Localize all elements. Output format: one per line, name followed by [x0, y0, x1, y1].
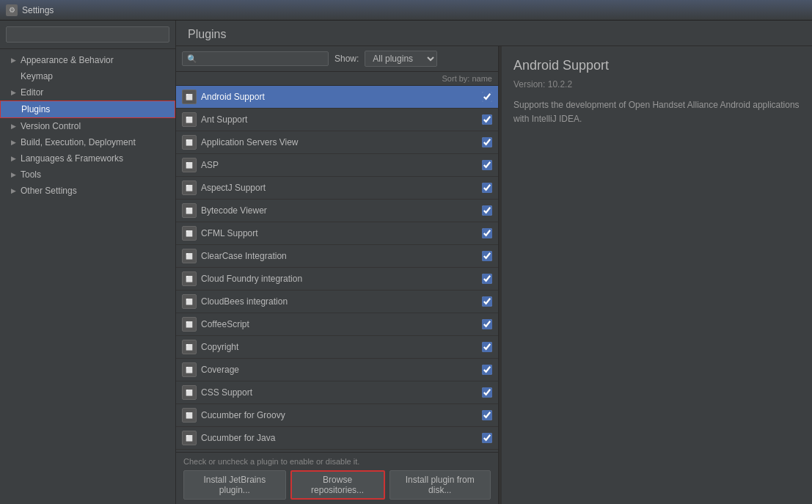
plugin-item[interactable]: ⬜Application Servers View — [176, 131, 498, 154]
plugin-list-container: 🔍 Show: All pluginsEnabledDisabledBundle… — [176, 46, 499, 504]
browse-repos-button[interactable]: Browse repositories... — [290, 470, 385, 500]
plugin-item[interactable]: ⬜Bytecode Viewer — [176, 200, 498, 222]
plugin-item[interactable]: ⬜ASP — [176, 154, 498, 177]
plugin-checkbox[interactable] — [482, 433, 492, 443]
plugin-checkbox[interactable] — [482, 92, 492, 102]
plugin-name: CloudBees integration — [201, 296, 482, 307]
nav-arrow-tools — [9, 170, 18, 179]
plugin-name: CFML Support — [201, 228, 482, 238]
sidebar-item-editor[interactable]: Editor — [0, 84, 175, 101]
sidebar-item-languages[interactable]: Languages & Frameworks — [0, 150, 175, 167]
plugin-checkbox[interactable] — [482, 274, 492, 284]
plugin-search-icon: 🔍 — [187, 54, 197, 64]
plugin-item[interactable]: ⬜ClearCase Integration — [176, 245, 498, 268]
sidebar-item-label-appearance: Appearance & Behavior — [21, 55, 114, 65]
sidebar-item-label-build: Build, Execution, Deployment — [21, 137, 136, 147]
sidebar-item-label-keymap: Keymap — [21, 71, 53, 81]
nav-arrow-other — [9, 186, 18, 195]
sidebar: Appearance & BehaviorKeymapEditorPlugins… — [0, 21, 176, 504]
plugin-icon: ⬜ — [182, 135, 197, 150]
sidebar-item-keymap[interactable]: Keymap — [0, 68, 175, 84]
plugin-checkbox[interactable] — [482, 183, 492, 193]
plugin-name: ClearCase Integration — [201, 251, 482, 261]
sidebar-item-appearance[interactable]: Appearance & Behavior — [0, 52, 175, 68]
plugin-icon: ⬜ — [182, 203, 197, 218]
plugin-checkbox[interactable] — [482, 251, 492, 261]
plugin-item[interactable]: ⬜CFML Support — [176, 222, 498, 245]
plugin-checkbox[interactable] — [482, 365, 492, 375]
plugin-name: CoffeeScript — [201, 319, 482, 329]
app-icon: ⚙ — [6, 4, 18, 16]
plugin-search-input[interactable] — [200, 54, 323, 64]
plugin-name: CSS Support — [201, 387, 482, 398]
plugin-detail-description: Supports the development of Open Handset… — [513, 98, 800, 126]
plugin-item[interactable]: ⬜Copyright — [176, 336, 498, 359]
plugin-detail-name: Android Support — [513, 58, 800, 73]
plugin-detail: Android Support Version: 10.2.2 Supports… — [502, 46, 812, 504]
plugin-icon: ⬜ — [182, 340, 197, 354]
plugin-checkbox[interactable] — [482, 296, 492, 307]
plugin-name: ASP — [201, 160, 482, 170]
plugin-icon: ⬜ — [182, 362, 197, 377]
sidebar-item-label-editor: Editor — [21, 87, 43, 98]
plugin-checkbox[interactable] — [482, 114, 492, 125]
sidebar-item-build[interactable]: Build, Execution, Deployment — [0, 134, 175, 150]
sidebar-item-other[interactable]: Other Settings — [0, 183, 175, 199]
sidebar-search-input[interactable] — [6, 26, 169, 43]
show-label: Show: — [334, 54, 359, 64]
plugin-checkbox[interactable] — [482, 319, 492, 329]
plugin-name: AspectJ Support — [201, 183, 482, 193]
plugin-icon: ⬜ — [182, 294, 197, 309]
window-title: Settings — [22, 5, 54, 15]
plugin-item[interactable]: ⬜CSS Support — [176, 381, 498, 404]
plugin-item[interactable]: ⬜Coverage — [176, 359, 498, 381]
plugin-item[interactable]: ⬜CoffeeScript — [176, 313, 498, 336]
plugin-checkbox[interactable] — [482, 228, 492, 238]
content-title: Plugins — [188, 28, 226, 40]
nav-arrow-languages — [9, 154, 18, 163]
plugin-item[interactable]: ⬜Cloud Foundry integration — [176, 268, 498, 291]
version-value: 10.2.2 — [548, 79, 572, 90]
sidebar-item-version-control[interactable]: Version Control — [0, 118, 175, 134]
plugin-item[interactable]: ⬜Cucumber for Groovy — [176, 404, 498, 427]
content-header: Plugins — [176, 21, 812, 46]
plugin-icon: ⬜ — [182, 158, 197, 172]
plugin-list: ⬜Android Support⬜Ant Support⬜Application… — [176, 86, 498, 452]
plugin-checkbox[interactable] — [482, 342, 492, 352]
plugin-checkbox[interactable] — [482, 137, 492, 147]
nav-arrow-version-control — [9, 122, 18, 131]
footer-note: Check or uncheck a plugin to enable or d… — [183, 457, 491, 466]
plugin-icon: ⬜ — [182, 408, 197, 423]
sidebar-item-tools[interactable]: Tools — [0, 167, 175, 183]
sidebar-item-plugins[interactable]: Plugins — [0, 101, 175, 118]
plugin-item[interactable]: ⬜Cucumber for Java — [176, 427, 498, 450]
plugin-icon: ⬜ — [182, 271, 197, 286]
sidebar-item-label-version-control: Version Control — [21, 121, 81, 131]
plugin-checkbox[interactable] — [482, 205, 492, 216]
plugin-detail-version: Version: 10.2.2 — [513, 79, 800, 90]
install-disk-button[interactable]: Install plugin from disk... — [389, 470, 491, 500]
sort-label[interactable]: Sort by: name — [442, 74, 492, 83]
plugin-checkbox[interactable] — [482, 410, 492, 420]
plugin-name: Cloud Foundry integration — [201, 274, 482, 284]
plugin-checkbox[interactable] — [482, 160, 492, 170]
plugin-checkbox[interactable] — [482, 387, 492, 398]
plugin-item[interactable]: ⬜CloudBees integration — [176, 291, 498, 313]
sidebar-search-container — [0, 21, 175, 49]
plugin-icon: ⬜ — [182, 112, 197, 127]
footer-buttons: Install JetBrains plugin...Browse reposi… — [183, 470, 491, 500]
plugins-footer: Check or uncheck a plugin to enable or d… — [176, 452, 498, 504]
nav-arrow-build — [9, 138, 18, 147]
plugin-item[interactable]: ⬜Android Support — [176, 86, 498, 109]
plugin-item[interactable]: ⬜AspectJ Support — [176, 177, 498, 200]
title-bar: ⚙ Settings — [0, 0, 812, 21]
sidebar-item-label-languages: Languages & Frameworks — [21, 153, 123, 164]
plugin-icon: ⬜ — [182, 317, 197, 332]
show-select[interactable]: All pluginsEnabledDisabledBundledCustom — [365, 51, 437, 67]
plugin-name: Application Servers View — [201, 137, 482, 147]
plugin-name: Bytecode Viewer — [201, 205, 482, 216]
plugins-split: 🔍 Show: All pluginsEnabledDisabledBundle… — [176, 46, 812, 504]
install-jetbrains-button[interactable]: Install JetBrains plugin... — [183, 470, 286, 500]
plugin-icon: ⬜ — [182, 385, 197, 400]
plugin-item[interactable]: ⬜Ant Support — [176, 109, 498, 131]
